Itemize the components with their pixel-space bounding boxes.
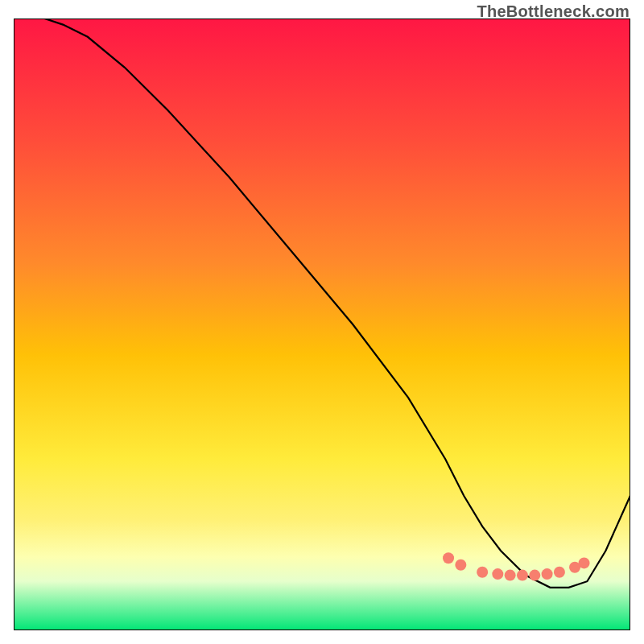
marker-dot (517, 570, 528, 581)
chart-container: TheBottleneck.com (0, 0, 644, 644)
marker-dot (477, 567, 488, 578)
marker-dot (542, 568, 553, 580)
chart-svg (14, 19, 630, 630)
plot-area (14, 19, 630, 630)
gradient-background (14, 19, 630, 630)
marker-dot (554, 567, 565, 578)
marker-dot (443, 552, 454, 564)
marker-dot (579, 557, 590, 568)
marker-dot (529, 570, 540, 581)
marker-dot (455, 559, 466, 571)
marker-dot (492, 568, 503, 580)
marker-dot (505, 570, 516, 581)
